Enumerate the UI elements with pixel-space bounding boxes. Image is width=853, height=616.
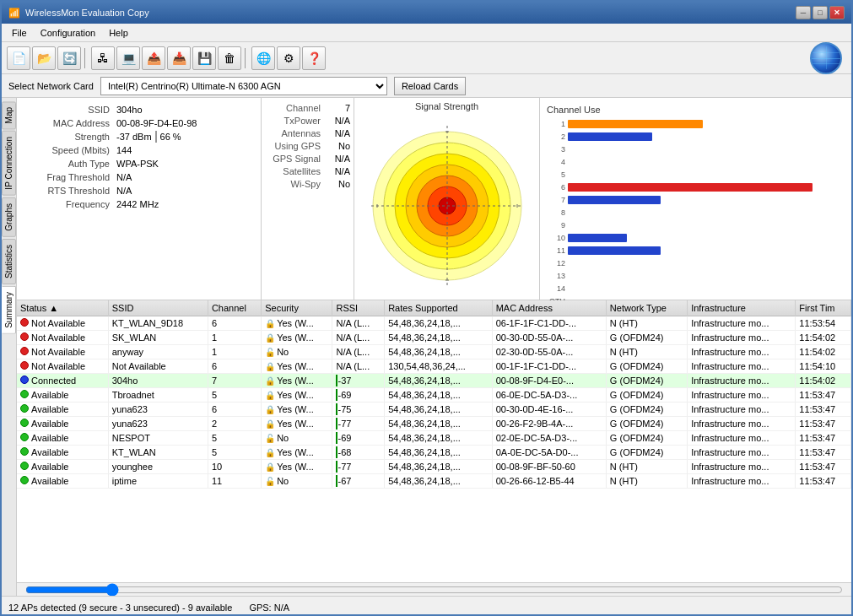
- cell-ssid: iptime: [108, 474, 208, 489]
- network-card-select[interactable]: Intel(R) Centrino(R) Ultimate-N 6300 AGN: [100, 77, 387, 95]
- status-bar: 12 APs detected (9 secure - 3 unsecured)…: [2, 596, 851, 616]
- save-button[interactable]: 💾: [192, 46, 216, 70]
- cell-infra: Infrastructure mo...: [688, 403, 796, 417]
- table-row[interactable]: AvailableNESPOT5🔓No-6954,48,36,24,18,...…: [17, 431, 851, 446]
- col-rates[interactable]: Rates Supported: [385, 300, 493, 316]
- cell-nettype: G (OFDM24): [606, 446, 687, 460]
- rssi-indicator: [336, 375, 337, 386]
- table-row[interactable]: Availableyounghee10🔒Yes (W...-7754,48,36…: [17, 460, 851, 474]
- refresh-button[interactable]: 🔄: [57, 46, 81, 70]
- tab-summary[interactable]: Summary: [2, 286, 16, 334]
- tab-statistics[interactable]: Statistics: [2, 239, 16, 284]
- status-dot: [20, 347, 29, 355]
- cell-ssid: yuna623: [108, 417, 208, 431]
- table-row[interactable]: Not AvailableSK_WLAN1🔒Yes (W...N/A (L...…: [17, 331, 851, 345]
- signal-title: Signal Strength: [415, 101, 478, 111]
- cell-rates: 54,48,36,24,18,...: [385, 431, 493, 446]
- cell-rates: 54,48,36,24,18,...: [385, 388, 493, 403]
- cell-ssid: KT_WLAN: [108, 446, 208, 460]
- card1-button[interactable]: 🖧: [91, 46, 115, 70]
- table-row[interactable]: Not AvailableKT_WLAN_9D186🔒Yes (W...N/A …: [17, 316, 851, 331]
- col-rssi[interactable]: RSSI: [332, 300, 385, 316]
- cell-status: Not Available: [17, 359, 108, 374]
- bottom-panel: Status ▲ SSID Channel Security RSSI Rate…: [17, 300, 851, 596]
- open-button[interactable]: 📂: [32, 46, 56, 70]
- reload-cards-button[interactable]: Reload Cards: [394, 77, 466, 95]
- left-tabs: Map IP Connection Graphs Statistics Summ…: [2, 98, 17, 596]
- tab-ip-connection[interactable]: IP Connection: [2, 131, 16, 196]
- status-dot: [20, 419, 29, 427]
- table-row[interactable]: AvailableKT_WLAN5🔒Yes (W...-6854,48,36,2…: [17, 446, 851, 460]
- cell-mac: 00-08-9F-D4-E0-...: [492, 374, 606, 388]
- new-button[interactable]: 📄: [7, 46, 30, 70]
- cell-channel: 6: [208, 359, 261, 374]
- col-status[interactable]: Status ▲: [17, 300, 108, 316]
- col-channel[interactable]: Channel: [208, 300, 261, 316]
- table-row[interactable]: Connected304ho7🔒Yes (W...-3754,48,36,24,…: [17, 374, 851, 388]
- table-area[interactable]: Status ▲ SSID Channel Security RSSI Rate…: [17, 300, 851, 582]
- menu-help[interactable]: Help: [102, 26, 135, 40]
- channel-bar-row: 14: [547, 283, 845, 294]
- col-infra[interactable]: Infrastructure: [688, 300, 796, 316]
- horizontal-scrollbar[interactable]: [17, 582, 851, 596]
- table-row[interactable]: Not Availableanyway1🔓NoN/A (L...54,48,36…: [17, 345, 851, 359]
- col-time[interactable]: First Tim: [796, 300, 851, 316]
- cell-status: Not Available: [17, 345, 108, 359]
- help-button[interactable]: ❓: [302, 46, 326, 70]
- scroll-range[interactable]: [25, 584, 843, 596]
- channel-label: 14: [547, 284, 568, 293]
- cell-infra: Infrastructure mo...: [688, 345, 796, 359]
- table-body: Not AvailableKT_WLAN_9D186🔒Yes (W...N/A …: [17, 316, 851, 489]
- tab-graphs[interactable]: Graphs: [2, 197, 16, 237]
- close-button[interactable]: ✕: [829, 6, 845, 19]
- import-button[interactable]: 📥: [167, 46, 191, 70]
- gps-text: GPS: N/A: [249, 602, 289, 613]
- auth-label: Auth Type: [24, 159, 116, 169]
- rssi-indicator: [336, 446, 337, 458]
- col-nettype[interactable]: Network Type: [606, 300, 687, 316]
- status-dot: [20, 462, 29, 470]
- table-row[interactable]: Availableyuna6232🔒Yes (W...-7754,48,36,2…: [17, 417, 851, 431]
- cell-rates: 54,48,36,24,18,...: [385, 374, 493, 388]
- unlock-icon: 🔓: [265, 434, 275, 443]
- unlock-icon: 🔓: [265, 477, 275, 486]
- maximize-button[interactable]: □: [813, 6, 828, 19]
- minimize-button[interactable]: ─: [796, 6, 811, 19]
- card2-button[interactable]: 💻: [116, 46, 140, 70]
- globe-button[interactable]: 🌐: [251, 46, 275, 70]
- gps-value: No: [338, 141, 350, 151]
- cell-status: Not Available: [17, 331, 108, 345]
- cell-nettype: G (OFDM24): [606, 388, 687, 403]
- col-security[interactable]: Security: [262, 300, 332, 316]
- cell-infra: Infrastructure mo...: [688, 460, 796, 474]
- table-row[interactable]: Availableiptime11🔓No-6754,48,36,24,18,..…: [17, 474, 851, 489]
- rssi-indicator: [336, 461, 337, 473]
- settings-button[interactable]: ⚙: [277, 46, 300, 70]
- status-dot: [20, 318, 29, 327]
- menu-file[interactable]: File: [5, 26, 34, 40]
- cell-time: 11:53:54: [796, 316, 851, 331]
- table-row[interactable]: Not AvailableNot Available6🔒Yes (W...N/A…: [17, 359, 851, 374]
- cell-mac: 00-26-F2-9B-4A-...: [492, 417, 606, 431]
- info-panel: SSID 304ho MAC Address 00-08-9F-D4-E0-98…: [17, 98, 262, 300]
- cell-channel: 6: [208, 316, 261, 331]
- menu-bar: File Configuration Help: [2, 24, 851, 42]
- menu-configuration[interactable]: Configuration: [34, 26, 102, 40]
- cell-channel: 7: [208, 374, 261, 388]
- cell-ssid: 304ho: [108, 374, 208, 388]
- title-bar: 📶 WirelessMon Evaluation Copy ─ □ ✕: [2, 2, 851, 24]
- table-row[interactable]: Availableyuna6236🔒Yes (W...-7554,48,36,2…: [17, 403, 851, 417]
- cell-ssid: Tbroadnet: [108, 388, 208, 403]
- lock-icon: 🔒: [265, 462, 275, 472]
- channel-label: 8: [547, 208, 568, 217]
- delete-button[interactable]: 🗑: [218, 46, 241, 70]
- col-ssid[interactable]: SSID: [108, 300, 208, 316]
- tab-map[interactable]: Map: [2, 101, 16, 129]
- channel-label: 10: [547, 234, 568, 242]
- table-row[interactable]: AvailableTbroadnet5🔒Yes (W...-6954,48,36…: [17, 388, 851, 403]
- cell-nettype: N (HT): [606, 460, 687, 474]
- export-button[interactable]: 📤: [142, 46, 165, 70]
- col-mac[interactable]: MAC Address: [492, 300, 606, 316]
- channel-bars: 1234567891011121314OTH: [547, 118, 845, 307]
- main-area: Map IP Connection Graphs Statistics Summ…: [2, 98, 851, 596]
